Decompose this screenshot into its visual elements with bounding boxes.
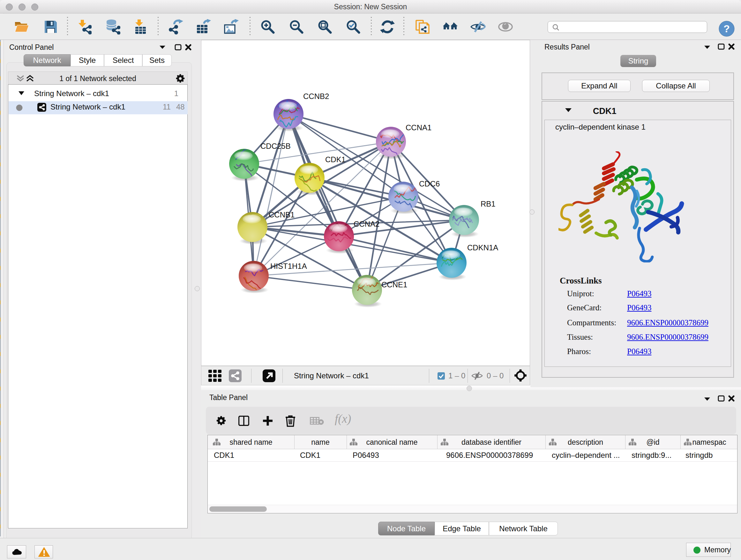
svg-text:CCNA2: CCNA2 bbox=[354, 220, 380, 228]
svg-text:CCNB2: CCNB2 bbox=[303, 92, 329, 101]
svg-text:CDKN1A: CDKN1A bbox=[467, 243, 498, 252]
svg-text:?: ? bbox=[724, 23, 730, 35]
svg-text:CDK1: CDK1 bbox=[325, 155, 346, 164]
svg-text:CDC6: CDC6 bbox=[419, 179, 440, 188]
svg-text:HIST1H1A: HIST1H1A bbox=[270, 262, 307, 270]
svg-text:RB1: RB1 bbox=[481, 199, 495, 208]
svg-text:CCNB1: CCNB1 bbox=[269, 210, 294, 219]
svg-text:CCNA1: CCNA1 bbox=[406, 123, 431, 132]
svg-text:CCNE1: CCNE1 bbox=[381, 280, 407, 289]
svg-text:CDC25B: CDC25B bbox=[260, 142, 291, 150]
